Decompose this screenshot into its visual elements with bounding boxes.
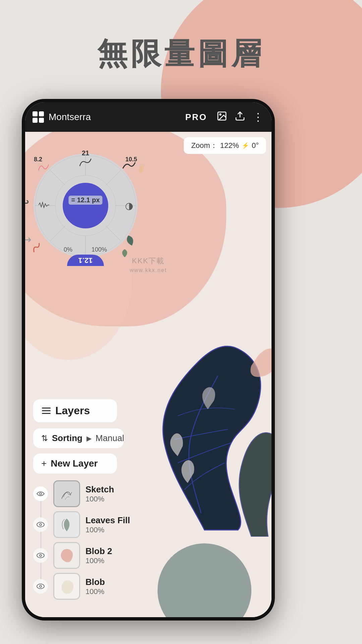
- layer-info-blob2: Blob 2 100%: [85, 546, 112, 565]
- sorting-value: Manual: [96, 433, 124, 443]
- gallery-icon[interactable]: [217, 111, 227, 124]
- new-layer-label: New Layer: [51, 458, 98, 469]
- layer-item[interactable]: Sketch 100%: [33, 480, 263, 507]
- svg-point-17: [40, 554, 42, 556]
- layer-info-blob: Blob 100%: [85, 577, 105, 596]
- redo-arrow-icon[interactable]: ↪: [25, 233, 32, 246]
- svg-point-15: [40, 524, 42, 526]
- plus-icon: +: [41, 458, 47, 469]
- pro-badge: PRO: [185, 112, 207, 122]
- layer-visibility-icon[interactable]: [33, 486, 48, 501]
- svg-point-16: [37, 553, 44, 558]
- brush-inverted-label: 12.1: [67, 255, 104, 266]
- brush-num-top: 21: [82, 149, 89, 157]
- svg-point-18: [37, 584, 44, 589]
- layer-item[interactable]: Leaves Fill 100%: [33, 511, 263, 538]
- phone-frame: Montserra PRO: [22, 99, 275, 621]
- layer-info-leaves: Leaves Fill 100%: [85, 515, 130, 534]
- zoom-lightning-icon: ⚡: [242, 142, 249, 149]
- svg-line-8: [106, 226, 121, 241]
- zoom-label: Zoom：: [191, 141, 217, 151]
- layer-opacity: 100%: [85, 587, 105, 596]
- layer-thumbnail-sketch: [53, 480, 80, 507]
- svg-line-12: [50, 170, 65, 185]
- back-arrow-icon[interactable]: ↩: [25, 196, 29, 210]
- zoom-indicator: Zoom： 122% ⚡ 0°: [184, 137, 266, 154]
- hamburger-icon: [42, 408, 51, 414]
- canvas-area: Zoom： 122% ⚡ 0°: [25, 132, 272, 617]
- sort-arrow-icon: ▶: [86, 434, 92, 442]
- brush-menu[interactable]: 21 10.5 8.2: [28, 149, 142, 263]
- layer-opacity: 100%: [85, 495, 114, 503]
- brush-center[interactable]: [63, 183, 108, 228]
- layer-name: Sketch: [85, 484, 114, 495]
- more-icon[interactable]: ⋮: [253, 111, 264, 123]
- app-logo[interactable]: Montserra: [33, 111, 91, 123]
- sorting-row[interactable]: ⇅ Sorting ▶ Manual: [33, 428, 124, 448]
- layer-opacity: 100%: [85, 556, 112, 565]
- layer-name: Leaves Fill: [85, 515, 130, 526]
- page-title: 無限量圖層: [0, 34, 362, 74]
- layers-header[interactable]: Layers: [33, 399, 117, 422]
- layer-name: Blob 2: [85, 546, 112, 556]
- app-name: Montserra: [49, 112, 91, 122]
- layer-thumbnail-leaves: [53, 511, 80, 538]
- watermark: KKK下載 www.kkx.net: [130, 256, 167, 273]
- svg-point-19: [40, 585, 42, 587]
- svg-point-13: [40, 493, 42, 495]
- layer-visibility-icon[interactable]: [33, 517, 48, 532]
- zoom-rotation: 0°: [252, 141, 259, 150]
- svg-point-14: [37, 522, 44, 527]
- layer-opacity: 100%: [85, 526, 130, 534]
- layer-info-sketch: Sketch 100%: [85, 484, 114, 503]
- layers-title: Layers: [55, 405, 90, 417]
- new-layer-button[interactable]: + New Layer: [33, 453, 117, 474]
- sorting-label: Sorting: [52, 433, 82, 443]
- waveform-icon: [39, 202, 49, 210]
- svg-line-10: [50, 226, 65, 241]
- brush-opacity-left: 0%: [64, 246, 72, 253]
- layer-item[interactable]: Blob 100%: [33, 573, 263, 600]
- layers-panel: Layers ⇅ Sorting ▶ Manual + New Layer: [25, 392, 272, 617]
- layer-visibility-icon[interactable]: [33, 579, 48, 594]
- sort-icon: ⇅: [41, 434, 48, 443]
- layer-name: Blob: [85, 577, 105, 587]
- zoom-value: 122%: [220, 141, 239, 150]
- half-circle-icon: ◑: [125, 200, 133, 211]
- svg-line-6: [106, 170, 121, 185]
- svg-point-1: [220, 114, 221, 115]
- phone-screen: Montserra PRO: [25, 102, 272, 617]
- app-topbar: Montserra PRO: [25, 102, 272, 132]
- layer-item[interactable]: Blob 2 100%: [33, 542, 263, 569]
- layer-thumbnail-blob2: [53, 542, 80, 569]
- layer-thumbnail-blob: [53, 573, 80, 600]
- brush-opacity-right: 100%: [92, 246, 107, 253]
- brush-size: = 12.1 px: [68, 196, 102, 205]
- share-icon[interactable]: [235, 111, 245, 124]
- layer-visibility-icon[interactable]: [33, 548, 48, 563]
